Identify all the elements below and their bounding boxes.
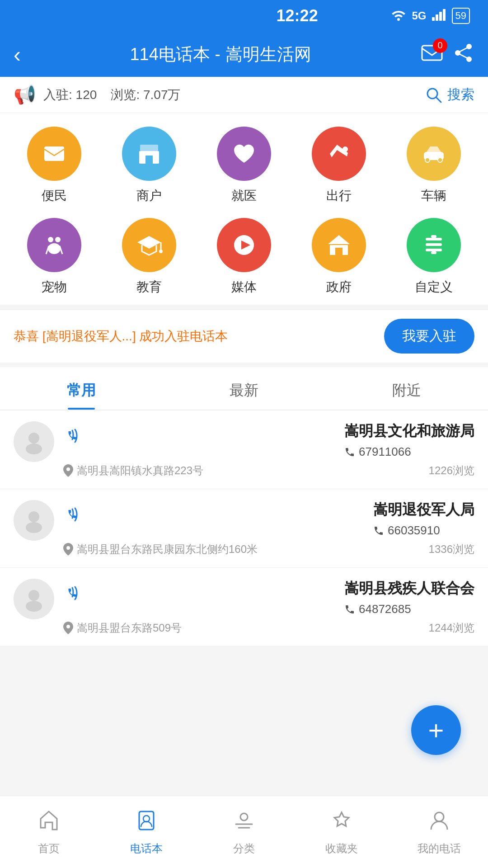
category-jiaoyu[interactable]: 教育 (104, 218, 194, 296)
back-button[interactable]: ‹ (14, 42, 21, 67)
nav-myphone[interactable]: 我的电话 (390, 796, 488, 868)
zidingyi-icon (407, 218, 461, 272)
listing-list: 嵩明县文化和旅游局 67911066 嵩明县嵩阳镇水真路223号 1226浏览 … (0, 410, 488, 646)
category-grid: 便民 商户 就医 出行 (9, 127, 479, 296)
svg-rect-27 (426, 243, 442, 246)
svg-point-36 (26, 601, 42, 612)
tab-zuixin[interactable]: 最新 (163, 367, 325, 410)
svg-rect-29 (431, 235, 436, 238)
share-button[interactable] (453, 42, 474, 67)
tab-changyong[interactable]: 常用 (0, 367, 163, 410)
search-button[interactable]: 搜索 (425, 85, 474, 104)
tabs: 常用 最新 附近 (0, 367, 488, 410)
zidingyi-label: 自定义 (415, 278, 453, 296)
chuxing-icon (312, 127, 366, 181)
tab-fujin[interactable]: 附近 (325, 367, 488, 410)
nav-category[interactable]: 分类 (195, 796, 293, 868)
zhengfu-label: 政府 (326, 278, 352, 296)
list-item[interactable]: 嵩明县残疾人联合会 64872685 嵩明县盟台东路509号 1244浏览 (0, 568, 488, 646)
category-meiti[interactable]: 媒体 (199, 218, 289, 296)
search-label: 搜索 (447, 85, 474, 104)
call-button-1[interactable] (63, 421, 335, 459)
nav-category-label: 分类 (233, 841, 255, 856)
shanghu-label: 商户 (136, 187, 162, 204)
favorites-icon (330, 809, 353, 838)
category-cheliang[interactable]: 车辆 (389, 127, 479, 204)
svg-rect-25 (335, 248, 343, 255)
jiuyi-icon (217, 127, 271, 181)
nav-favorites-label: 收藏夹 (325, 841, 358, 856)
banner-text: 恭喜 [嵩明退役军人...] 成功入驻电话本 (14, 328, 228, 345)
svg-point-33 (28, 511, 39, 522)
category-section: 便民 商户 就医 出行 (0, 113, 488, 305)
nav-phonebook[interactable]: 电话本 (98, 796, 195, 868)
jiaoyu-label: 教育 (136, 278, 162, 296)
banner: 恭喜 [嵩明退役军人...] 成功入驻电话本 我要入驻 (0, 309, 488, 363)
fab-button[interactable]: + (411, 705, 461, 755)
list-item[interactable]: 嵩明县文化和旅游局 67911066 嵩明县嵩阳镇水真路223号 1226浏览 (0, 410, 488, 489)
svg-rect-26 (426, 238, 442, 241)
call-button-2[interactable] (63, 500, 364, 538)
svg-point-14 (438, 158, 442, 162)
meiti-label: 媒体 (231, 278, 257, 296)
jiuyi-label: 就医 (231, 187, 257, 204)
signal-bars-icon (432, 8, 446, 24)
listing-phone: 66035910 (373, 524, 474, 538)
bianmin-label: 便民 (42, 187, 67, 204)
status-time: 12:22 (204, 6, 390, 25)
status-icons: 5G 59 (390, 8, 470, 24)
svg-marker-24 (328, 235, 350, 244)
nav-home[interactable]: 首页 (0, 796, 98, 868)
svg-point-5 (427, 89, 437, 99)
listing-phone: 64872685 (344, 602, 474, 616)
svg-line-6 (436, 98, 441, 102)
listing-name: 嵩明退役军人局 (373, 500, 474, 520)
nav-favorites[interactable]: 收藏夹 (293, 796, 390, 868)
category-chuxing[interactable]: 出行 (294, 127, 384, 204)
info-bar: 📢 入驻: 120 浏览: 7.07万 搜索 (0, 77, 488, 113)
chongwu-label: 宠物 (42, 278, 67, 296)
category-shanghu[interactable]: 商户 (104, 127, 194, 204)
svg-marker-18 (137, 236, 161, 249)
zhengfu-icon (312, 218, 366, 272)
svg-point-13 (425, 158, 430, 162)
svg-point-35 (28, 590, 39, 601)
notification-button[interactable]: 0 (420, 42, 444, 67)
join-button[interactable]: 我要入驻 (384, 319, 474, 354)
svg-point-34 (26, 522, 42, 533)
meiti-icon (217, 218, 271, 272)
list-item[interactable]: 嵩明退役军人局 66035910 嵩明县盟台东路民康园东北侧约160米 1336… (0, 489, 488, 568)
phonebook-icon (135, 809, 158, 838)
listing-info: 嵩明县文化和旅游局 67911066 (344, 421, 474, 459)
category-bianmin[interactable]: 便民 (9, 127, 99, 204)
svg-point-20 (159, 250, 163, 253)
listing-address-3: 嵩明县盟台东路509号 (63, 621, 335, 635)
home-icon (37, 809, 61, 838)
avatar (14, 500, 54, 541)
header-icons: 0 (420, 42, 474, 67)
category-zhengfu[interactable]: 政府 (294, 218, 384, 296)
cheliang-icon (407, 127, 461, 181)
category-zidingyi[interactable]: 自定义 (389, 218, 479, 296)
category-chongwu[interactable]: 宠物 (9, 218, 99, 296)
listing-views-1: 1226浏览 (344, 463, 474, 478)
svg-point-17 (48, 243, 61, 254)
nav-home-label: 首页 (38, 841, 60, 856)
nav-phonebook-label: 电话本 (130, 841, 163, 856)
category-jiuyi[interactable]: 就医 (199, 127, 289, 204)
chuxing-label: 出行 (326, 187, 352, 204)
svg-rect-0 (432, 17, 435, 21)
listing-phone: 67911066 (344, 445, 474, 459)
avatar (14, 421, 54, 462)
call-button-3[interactable] (63, 579, 335, 616)
listing-address-1: 嵩明县嵩阳镇水真路223号 (63, 463, 335, 478)
svg-point-16 (55, 237, 61, 242)
myphone-icon (427, 809, 451, 838)
jiaoyu-icon (122, 218, 176, 272)
nav-myphone-label: 我的电话 (418, 841, 461, 856)
svg-point-39 (240, 813, 248, 821)
shanghu-icon (122, 127, 176, 181)
avatar (14, 579, 54, 619)
svg-rect-28 (426, 249, 442, 251)
megaphone-icon: 📢 (14, 84, 36, 105)
